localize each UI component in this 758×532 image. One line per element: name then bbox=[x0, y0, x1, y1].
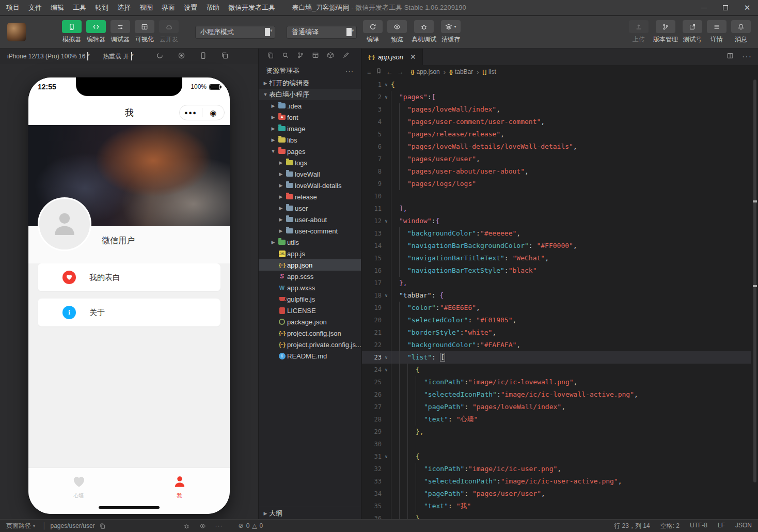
toolbar-button-编译[interactable]: 编译 bbox=[363, 20, 383, 44]
code-line[interactable]: 7"pages/user/user", bbox=[362, 153, 751, 165]
code-line[interactable]: 30 bbox=[362, 438, 751, 450]
close-tab-icon[interactable]: ✕ bbox=[410, 53, 416, 61]
code-line[interactable]: 4"pages/user-comment/user-comment", bbox=[362, 116, 751, 128]
code-line[interactable]: 18∨"tabBar": { bbox=[362, 289, 751, 302]
page-path-value[interactable]: pages/user/user bbox=[51, 522, 95, 529]
navigate-back-icon[interactable]: ← bbox=[386, 68, 393, 76]
code-line[interactable]: 21"borderStyle":"white", bbox=[362, 326, 751, 339]
code-line[interactable]: 12∨"window":{ bbox=[362, 215, 751, 227]
code-line[interactable]: 23∨"list": [ bbox=[362, 351, 751, 364]
close-icon[interactable]: ✕ bbox=[736, 0, 758, 15]
code-line[interactable]: 20"selectedColor": "#F01905", bbox=[362, 314, 751, 326]
menu-item-帮助[interactable]: 帮助 bbox=[206, 3, 219, 12]
code-line[interactable]: 19"color":"#E6E6E6", bbox=[362, 302, 751, 314]
cursor-position[interactable]: 行 23，列 14 bbox=[614, 522, 650, 530]
code-line[interactable]: 17}, bbox=[362, 277, 751, 289]
code-line[interactable]: 1∨{ bbox=[362, 79, 751, 91]
bookmark-icon[interactable] bbox=[375, 68, 382, 76]
eol-setting[interactable]: LF bbox=[718, 522, 725, 530]
tree-item-app.wxss[interactable]: Wapp.wxss bbox=[259, 282, 361, 293]
tree-item-pages[interactable]: ▼pages bbox=[259, 146, 361, 157]
copy-path-icon[interactable] bbox=[99, 523, 106, 529]
fold-chevron-icon[interactable]: ∨ bbox=[382, 351, 391, 364]
menu-item-工具[interactable]: 工具 bbox=[73, 3, 86, 12]
tree-item-app.json[interactable]: {··}app.json bbox=[259, 259, 361, 271]
indent-setting[interactable]: 空格: 2 bbox=[660, 522, 680, 530]
loader-icon[interactable] bbox=[156, 52, 164, 61]
code-line[interactable]: 31∨{ bbox=[362, 450, 751, 463]
code-line[interactable]: 36} bbox=[362, 512, 751, 519]
branch-icon[interactable] bbox=[297, 52, 304, 61]
toolbar-button-可视化[interactable]: 可视化 bbox=[135, 20, 154, 44]
code-area[interactable]: 1∨{2∨"pages":[3"pages/loveWall/index",4"… bbox=[362, 79, 751, 519]
more-icon[interactable]: ●●● bbox=[180, 109, 202, 116]
problems-indicator[interactable]: ⊘0 △0 bbox=[239, 522, 263, 529]
files-icon[interactable] bbox=[267, 52, 274, 61]
mode-select[interactable]: 小程序模式 ▾ bbox=[195, 26, 275, 39]
code-line[interactable]: 14"navigationBarBackgroundColor": "#FF00… bbox=[362, 240, 751, 252]
more-actions-icon[interactable]: ··· bbox=[742, 52, 752, 61]
tree-item-app.js[interactable]: JSapp.js bbox=[259, 248, 361, 259]
fold-chevron-icon[interactable]: ∨ bbox=[382, 289, 391, 302]
menu-item-微信开发者工具[interactable]: 微信开发者工具 bbox=[228, 3, 275, 12]
tree-item-project.config.json[interactable]: {··}project.config.json bbox=[259, 327, 361, 339]
tree-item-release[interactable]: ▶release bbox=[259, 191, 361, 202]
tree-item-logs[interactable]: ▶logs bbox=[259, 157, 361, 168]
tree-item-loveWall-details[interactable]: ▶loveWall-details bbox=[259, 180, 361, 191]
compile-select[interactable]: 普通编译 ▾ bbox=[287, 26, 357, 39]
code-line[interactable]: 11], bbox=[362, 202, 751, 215]
user-avatar[interactable] bbox=[7, 23, 26, 41]
tree-item-user-about[interactable]: ▶user-about bbox=[259, 214, 361, 225]
code-line[interactable]: 22"backgroundColor":"#FAFAFA", bbox=[362, 339, 751, 351]
menu-item-界面[interactable]: 界面 bbox=[162, 3, 175, 12]
hot-reload-toggle[interactable]: 热重载 开 bbox=[103, 52, 129, 61]
split-editor-icon[interactable] bbox=[727, 52, 734, 61]
editor-scrollbar[interactable] bbox=[753, 80, 756, 482]
more-icon[interactable]: ··· bbox=[345, 67, 354, 75]
search-icon[interactable] bbox=[282, 52, 289, 61]
brush-icon[interactable] bbox=[342, 52, 349, 61]
code-line[interactable]: 13"backgroundColor":"#eeeeee", bbox=[362, 227, 751, 240]
toolbar-button-编辑器[interactable]: 编辑器 bbox=[86, 20, 106, 44]
toolbar-button-清缓存[interactable]: ▾清缓存 bbox=[441, 20, 461, 44]
tree-item-LICENSE[interactable]: LICENSE bbox=[259, 305, 361, 316]
code-line[interactable]: 8"pages/user-about/user-about", bbox=[362, 165, 751, 178]
fold-chevron-icon[interactable]: ∨ bbox=[382, 91, 391, 103]
toolbar-button-真机调试[interactable]: 真机调试 bbox=[412, 20, 436, 44]
menu-item-选择[interactable]: 选择 bbox=[117, 3, 131, 12]
page-path-label[interactable]: 页面路径 bbox=[6, 522, 31, 530]
code-line[interactable]: 33"selectedIconPath":"image/ic/ic-user-a… bbox=[362, 475, 751, 488]
code-line[interactable]: 15"navigationBarTitleText": "WeChat", bbox=[362, 252, 751, 264]
code-line[interactable]: 10 bbox=[362, 190, 751, 202]
capsule-button[interactable]: ●●● ◉ bbox=[179, 105, 225, 120]
code-line[interactable]: 6"pages/loveWall-details/loveWall-detail… bbox=[362, 140, 751, 153]
tree-section-表白墙小程序[interactable]: ▼表白墙小程序 bbox=[259, 89, 361, 100]
grid-icon[interactable] bbox=[312, 52, 319, 61]
fold-chevron-icon[interactable]: ∨ bbox=[382, 215, 391, 227]
fold-chevron-icon[interactable]: ∨ bbox=[382, 364, 391, 376]
device-select[interactable]: iPhone 12/13 (Pro) 100% 16 bbox=[7, 53, 85, 60]
maximize-icon[interactable] bbox=[715, 0, 736, 15]
debug-icon[interactable] bbox=[183, 523, 190, 529]
menu-item-编辑[interactable]: 编辑 bbox=[51, 3, 64, 12]
menu-item-文件[interactable]: 文件 bbox=[28, 3, 42, 12]
fold-chevron-icon[interactable]: ∨ bbox=[382, 450, 391, 463]
tree-section-打开的编辑器[interactable]: ▶打开的编辑器 bbox=[259, 77, 361, 89]
profile-avatar[interactable] bbox=[38, 197, 91, 251]
minimize-icon[interactable] bbox=[693, 0, 715, 15]
menu-item-设置[interactable]: 设置 bbox=[184, 3, 197, 12]
tree-item-README.md[interactable]: iREADME.md bbox=[259, 350, 361, 362]
tree-item-user-comment[interactable]: ▶user-comment bbox=[259, 225, 361, 237]
menu-item-转到[interactable]: 转到 bbox=[95, 3, 108, 12]
breadcrumb-item-app.json[interactable]: {}app.json bbox=[411, 68, 440, 75]
tree-item-package.json[interactable]: package.json bbox=[259, 316, 361, 327]
toolbar-button-详情[interactable]: 详情 bbox=[707, 20, 727, 44]
tree-item-font[interactable]: ▶font bbox=[259, 112, 361, 123]
code-line[interactable]: 27"pagePath": "pages/loveWall/index", bbox=[362, 401, 751, 413]
more-icon[interactable]: ··· bbox=[215, 522, 223, 529]
menu-item-项目[interactable]: 项目 bbox=[6, 3, 20, 12]
tree-item-utils[interactable]: ▶utils bbox=[259, 237, 361, 248]
outline-section[interactable]: ▶ 大纲 bbox=[259, 507, 361, 519]
menu-card-我的表白[interactable]: 我的表白 bbox=[38, 263, 220, 291]
code-line[interactable]: 2∨"pages":[ bbox=[362, 91, 751, 103]
